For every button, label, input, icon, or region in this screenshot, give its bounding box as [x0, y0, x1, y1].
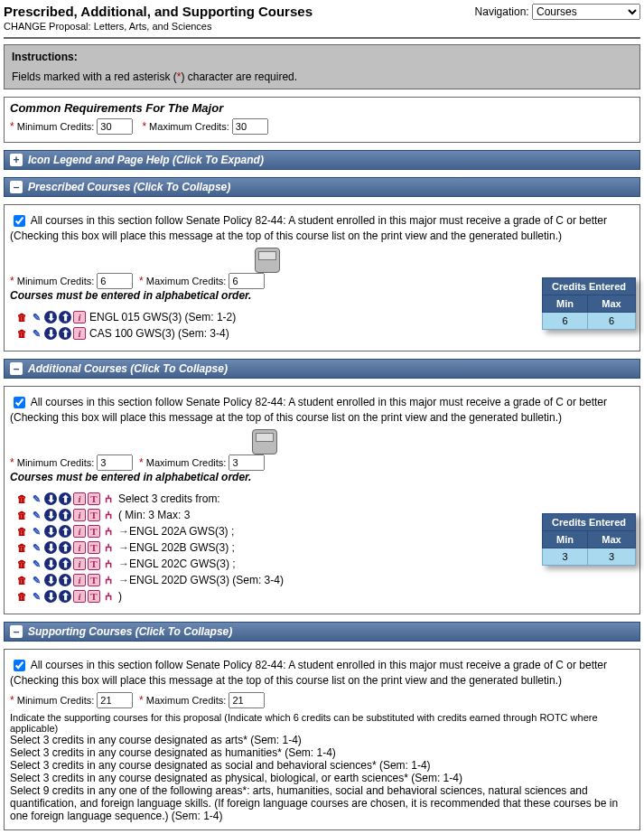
move-down-icon[interactable]: ⬇: [44, 558, 57, 570]
info-icon[interactable]: i: [73, 311, 86, 323]
info-icon[interactable]: i: [73, 509, 86, 521]
supporting-line: Select 3 credits in any course designate…: [10, 772, 634, 784]
prescribed-bar[interactable]: – Prescribed Courses (Click To Collapse): [4, 177, 640, 197]
additional-bar-label: Additional Courses (Click To Collapse): [28, 362, 228, 375]
move-up-icon[interactable]: ⬆: [59, 509, 71, 521]
course-text: ( Min: 3 Max: 3: [118, 509, 190, 521]
delete-icon[interactable]: 🗑: [15, 558, 28, 570]
edit-icon[interactable]: ✎: [30, 311, 42, 323]
text-icon[interactable]: T: [88, 558, 100, 570]
additional-policy-sub: (Checking this box will place this messa…: [10, 411, 634, 424]
move-down-icon[interactable]: ⬇: [44, 509, 57, 521]
prescribed-max-label: Maximum Credits:: [144, 276, 229, 286]
move-down-icon[interactable]: ⬇: [44, 574, 57, 586]
delete-icon[interactable]: 🗑: [15, 574, 28, 586]
icon-legend-bar[interactable]: + Icon Legend and Page Help (Click To Ex…: [4, 150, 640, 170]
delete-icon[interactable]: 🗑: [15, 525, 28, 538]
text-icon[interactable]: T: [88, 574, 100, 586]
supporting-min-input[interactable]: [97, 692, 133, 708]
edit-icon[interactable]: ✎: [30, 590, 42, 603]
info-icon[interactable]: i: [73, 590, 86, 603]
supporting-desc-lead: Indicate the supporting courses for this…: [10, 712, 224, 723]
edit-icon[interactable]: ✎: [30, 574, 42, 586]
arrow-right-icon: →: [118, 574, 129, 586]
info-icon[interactable]: i: [73, 541, 86, 554]
move-down-icon[interactable]: ⬇: [44, 541, 57, 554]
delete-icon[interactable]: 🗑: [15, 327, 28, 340]
move-down-icon[interactable]: ⬇: [44, 311, 57, 323]
supporting-line: Select 3 credits in any course designate…: [10, 759, 634, 772]
instructions-text-after: ) character are required.: [181, 70, 297, 83]
course-text: ENGL 202C GWS(3) ;: [129, 558, 236, 570]
collapse-icon: –: [10, 362, 23, 375]
prescribed-policy-text: All courses in this section follow Senat…: [31, 214, 607, 227]
hierarchy-icon[interactable]: ⵄ: [102, 558, 115, 570]
move-down-icon[interactable]: ⬇: [44, 492, 57, 505]
text-icon[interactable]: T: [88, 509, 100, 521]
info-icon[interactable]: i: [73, 574, 86, 586]
text-icon[interactable]: T: [88, 492, 100, 505]
move-up-icon[interactable]: ⬆: [59, 574, 71, 586]
calculator-icon[interactable]: [252, 429, 277, 454]
page-subtitle: CHANGE Proposal: Letters, Arts, and Scie…: [4, 21, 640, 32]
info-icon[interactable]: i: [73, 558, 86, 570]
prescribed-policy-checkbox[interactable]: [14, 215, 25, 227]
edit-icon[interactable]: ✎: [30, 492, 42, 505]
hierarchy-icon[interactable]: ⵄ: [102, 590, 115, 603]
arrow-right-icon: →: [118, 541, 129, 554]
text-icon[interactable]: T: [88, 541, 100, 554]
move-up-icon[interactable]: ⬆: [59, 590, 71, 603]
arrow-right-icon: →: [118, 525, 129, 538]
delete-icon[interactable]: 🗑: [15, 541, 28, 554]
supporting-line: Select 3 credits in any course designate…: [10, 746, 634, 759]
move-up-icon[interactable]: ⬆: [59, 492, 71, 505]
move-down-icon[interactable]: ⬇: [44, 525, 57, 538]
move-up-icon[interactable]: ⬆: [59, 327, 71, 340]
additional-min-input[interactable]: [97, 454, 133, 471]
text-icon[interactable]: T: [88, 590, 100, 603]
info-icon[interactable]: i: [73, 525, 86, 538]
common-min-credits-input[interactable]: [97, 118, 133, 135]
edit-icon[interactable]: ✎: [30, 558, 42, 570]
info-icon[interactable]: i: [73, 492, 86, 505]
additional-credits-table: Credits Entered MinMax 33: [542, 513, 636, 566]
edit-icon[interactable]: ✎: [30, 509, 42, 521]
additional-max-input[interactable]: [229, 454, 265, 471]
move-up-icon[interactable]: ⬆: [59, 525, 71, 538]
course-row: 🗑✎⬇⬆iTⵄ): [15, 590, 634, 603]
instructions-box: Instructions: Fields marked with a red a…: [4, 44, 640, 89]
common-max-credits-input[interactable]: [232, 118, 268, 135]
edit-icon[interactable]: ✎: [30, 327, 42, 340]
supporting-max-input[interactable]: [229, 692, 265, 708]
supporting-bar[interactable]: – Supporting Courses (Click To Collapse): [4, 622, 640, 642]
move-up-icon[interactable]: ⬆: [59, 558, 71, 570]
hierarchy-icon[interactable]: ⵄ: [102, 525, 115, 538]
move-up-icon[interactable]: ⬆: [59, 311, 71, 323]
edit-icon[interactable]: ✎: [30, 541, 42, 554]
hierarchy-icon[interactable]: ⵄ: [102, 492, 115, 505]
hierarchy-icon[interactable]: ⵄ: [102, 541, 115, 554]
course-text: CAS 100 GWS(3) (Sem: 3-4): [89, 327, 229, 340]
info-icon[interactable]: i: [73, 327, 86, 340]
delete-icon[interactable]: 🗑: [15, 311, 28, 323]
delete-icon[interactable]: 🗑: [15, 492, 28, 505]
hierarchy-icon[interactable]: ⵄ: [102, 509, 115, 521]
calculator-icon[interactable]: [255, 248, 280, 273]
delete-icon[interactable]: 🗑: [15, 590, 28, 603]
move-up-icon[interactable]: ⬆: [59, 541, 71, 554]
hierarchy-icon[interactable]: ⵄ: [102, 574, 115, 586]
edit-icon[interactable]: ✎: [30, 525, 42, 538]
common-requirements-section: Common Requirements For The Major * Mini…: [4, 97, 640, 143]
prescribed-max-input[interactable]: [229, 273, 265, 289]
supporting-policy-checkbox[interactable]: [14, 660, 25, 671]
navigation-select[interactable]: Courses: [532, 4, 640, 20]
additional-bar[interactable]: – Additional Courses (Click To Collapse): [4, 359, 640, 379]
prescribed-alpha-note: Courses must be entered in alphabetical …: [10, 289, 634, 302]
move-down-icon[interactable]: ⬇: [44, 590, 57, 603]
prescribed-min-input[interactable]: [97, 273, 133, 289]
course-text: ): [118, 590, 122, 603]
delete-icon[interactable]: 🗑: [15, 509, 28, 521]
text-icon[interactable]: T: [88, 525, 100, 538]
move-down-icon[interactable]: ⬇: [44, 327, 57, 340]
additional-policy-checkbox[interactable]: [14, 397, 25, 408]
